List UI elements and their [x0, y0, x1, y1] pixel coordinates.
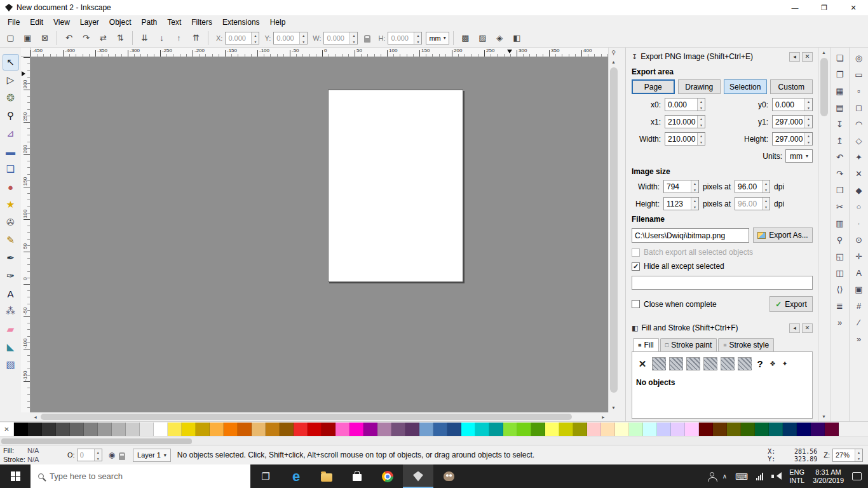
- snap-guides-icon[interactable]: ∕: [851, 315, 867, 330]
- palette-swatch[interactable]: [419, 423, 433, 436]
- lock-ratio-icon[interactable]: [364, 38, 370, 43]
- eraser-tool[interactable]: ▰: [3, 321, 19, 337]
- palette-swatch[interactable]: [266, 423, 280, 436]
- raise-to-top-icon[interactable]: ⇈: [188, 30, 204, 46]
- palette-scrollbar[interactable]: [0, 437, 868, 445]
- fill-rule-nonzero-button[interactable]: ✦: [780, 357, 789, 370]
- text-tool[interactable]: A: [3, 285, 19, 302]
- snap-bbox-centers-icon[interactable]: ◇: [851, 133, 867, 148]
- snap-smooth-nodes-icon[interactable]: ○: [851, 200, 867, 214]
- align-distribute-icon[interactable]: ≣: [832, 299, 848, 313]
- select-all-icon[interactable]: ▢: [3, 30, 18, 46]
- horizontal-scroll-thumb[interactable]: [41, 414, 572, 420]
- paint-bucket-tool[interactable]: ◣: [3, 339, 19, 355]
- palette-swatch[interactable]: [643, 423, 657, 436]
- area-width-spinner[interactable]: [697, 133, 705, 145]
- palette-swatch[interactable]: [294, 423, 308, 436]
- redo-icon[interactable]: ↷: [832, 166, 848, 181]
- print-icon[interactable]: ▤: [832, 100, 848, 115]
- snap-object-centers-icon[interactable]: ⊙: [851, 233, 867, 247]
- y1-spinner[interactable]: [804, 116, 812, 128]
- vertical-ruler[interactable]: 300250200150100500-50-100-150: [21, 57, 31, 412]
- palette-swatch[interactable]: [657, 423, 671, 436]
- export-icon[interactable]: ↥: [832, 133, 848, 148]
- taskbar-gimp-button[interactable]: [433, 464, 464, 488]
- calligraphy-tool[interactable]: ✑: [3, 268, 19, 284]
- palette-swatch[interactable]: [741, 423, 755, 436]
- menu-edit[interactable]: Edit: [25, 17, 48, 28]
- taskbar-explorer-button[interactable]: [311, 464, 342, 488]
- palette-swatch[interactable]: [322, 423, 336, 436]
- selector-tool[interactable]: ↖: [3, 54, 19, 71]
- xml-editor-icon[interactable]: ⟨⟩: [832, 282, 848, 297]
- y-input[interactable]: 0.000: [273, 32, 308, 44]
- palette-swatch[interactable]: [559, 423, 573, 436]
- swatch-button[interactable]: [721, 357, 735, 370]
- touch-keyboard-icon[interactable]: ⌨: [735, 471, 748, 482]
- language-indicator[interactable]: ENG INTL: [789, 468, 804, 485]
- layer-lock-icon[interactable]: [119, 456, 125, 460]
- pattern-button[interactable]: [703, 357, 717, 370]
- image-height-input[interactable]: 1123: [663, 197, 699, 210]
- palette-swatch[interactable]: [112, 423, 126, 436]
- width-input[interactable]: 0.000: [323, 32, 358, 44]
- palette-swatch[interactable]: [447, 423, 461, 436]
- palette-swatch[interactable]: [783, 423, 797, 436]
- gradient-tool[interactable]: ▧: [3, 356, 19, 373]
- radial-gradient-button[interactable]: [686, 357, 700, 370]
- snap-bbox-edges-icon[interactable]: ▫: [851, 84, 867, 98]
- select-all-layers-icon[interactable]: ▣: [20, 30, 36, 46]
- panel-scroll-thumb[interactable]: [820, 58, 828, 116]
- palette-swatch[interactable]: [238, 423, 252, 436]
- export-area-page-button[interactable]: Page: [632, 79, 675, 94]
- volume-icon[interactable]: [771, 472, 781, 480]
- rotate-ccw-icon[interactable]: ↶: [61, 30, 77, 46]
- close-when-complete-checkbox[interactable]: [632, 300, 640, 308]
- palette-swatch[interactable]: ✕: [0, 423, 14, 436]
- taskbar-inkscape-button[interactable]: [403, 464, 433, 488]
- palette-swatch[interactable]: [28, 423, 42, 436]
- export-area-drawing-button[interactable]: Drawing: [678, 79, 721, 94]
- palette-swatch[interactable]: [140, 423, 154, 436]
- scroll-up-arrow[interactable]: ▲: [609, 57, 618, 67]
- opacity-input[interactable]: 0: [77, 449, 102, 461]
- taskbar-chrome-button[interactable]: [372, 464, 403, 488]
- unknown-paint-button[interactable]: ?: [755, 357, 765, 370]
- scroll-left-arrow[interactable]: ◄: [31, 412, 40, 421]
- x-spinner[interactable]: [251, 32, 259, 44]
- area-width-input[interactable]: 210.000: [665, 132, 705, 146]
- tab-stroke-paint[interactable]: □Stroke paint: [660, 338, 717, 351]
- panel-close-button[interactable]: ✕: [802, 52, 813, 62]
- area-height-input[interactable]: 297.000: [772, 132, 813, 146]
- rectangle-tool[interactable]: ▬: [3, 143, 19, 159]
- palette-swatch[interactable]: [489, 423, 503, 436]
- palette-swatch[interactable]: [755, 423, 769, 436]
- lower-icon[interactable]: ↓: [154, 30, 170, 46]
- palette-swatch[interactable]: [405, 423, 419, 436]
- spray-tool[interactable]: ⁂: [3, 303, 19, 320]
- zoom-tool[interactable]: ⚲: [3, 107, 19, 124]
- palette-swatch[interactable]: [182, 423, 196, 436]
- palette-swatch[interactable]: [503, 423, 517, 436]
- height-dpi-input[interactable]: 96.00: [735, 197, 770, 210]
- minimize-button[interactable]: —: [780, 0, 810, 15]
- palette-scroll-thumb[interactable]: [1, 438, 192, 444]
- fill-rule-evenodd-button[interactable]: ❖: [768, 357, 777, 370]
- export-area-custom-button[interactable]: Custom: [770, 79, 813, 94]
- x1-input[interactable]: 210.000: [665, 115, 705, 128]
- horizontal-ruler[interactable]: -450-400-350-300-250-200-150-100-5005010…: [31, 48, 608, 57]
- lower-to-bottom-icon[interactable]: ⇊: [137, 30, 153, 46]
- opacity-spinner[interactable]: [94, 449, 102, 461]
- palette-swatch[interactable]: [308, 423, 322, 436]
- undo-icon[interactable]: ↶: [832, 150, 848, 165]
- palette-swatch[interactable]: [14, 423, 28, 436]
- y1-input[interactable]: 297.000: [772, 115, 813, 128]
- spiral-tool[interactable]: ✇: [3, 214, 19, 231]
- overflow-chevron[interactable]: »: [832, 315, 848, 330]
- palette-swatch[interactable]: [713, 423, 727, 436]
- snap-enable-icon[interactable]: ◎: [851, 51, 867, 65]
- mesh-gradient-button[interactable]: [738, 357, 752, 370]
- node-tool[interactable]: ▷: [3, 72, 19, 88]
- open-document-icon[interactable]: ❐: [832, 67, 848, 82]
- tab-fill[interactable]: ■Fill: [633, 338, 659, 351]
